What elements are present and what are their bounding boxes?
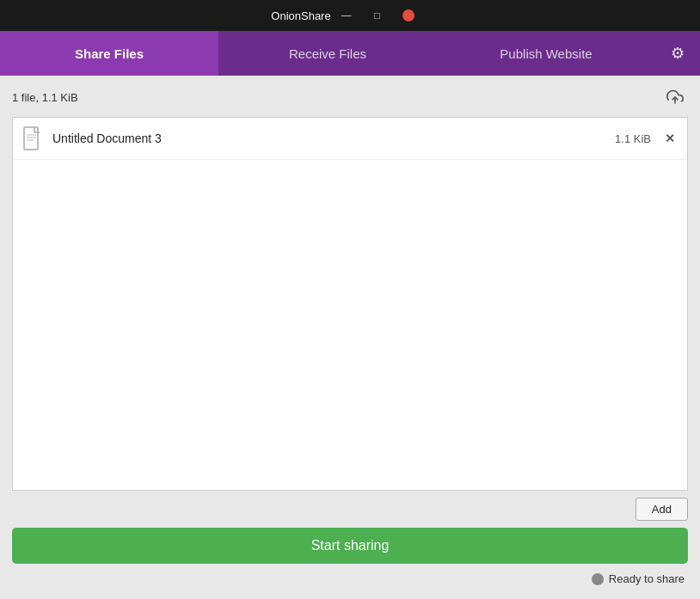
tab-publish-website[interactable]: Publish Website: [437, 31, 655, 76]
add-button[interactable]: Add: [636, 498, 688, 521]
file-list-scroll[interactable]: Untitled Document 3 1.1 KiB ✕: [13, 118, 687, 490]
upload-icon: [666, 89, 684, 106]
file-icon: [21, 125, 46, 152]
title-bar: OnionShare — □: [0, 0, 700, 31]
app-title: OnionShare: [271, 9, 330, 22]
close-button[interactable]: [393, 0, 424, 31]
file-list-container: Untitled Document 3 1.1 KiB ✕: [12, 117, 688, 491]
window-controls: — □: [331, 0, 429, 31]
document-icon: [23, 126, 44, 150]
close-icon: ✕: [665, 131, 675, 145]
file-size: 1.1 KiB: [615, 132, 651, 145]
file-count-bar: 1 file, 1.1 KiB: [12, 84, 688, 110]
file-item: Untitled Document 3 1.1 KiB ✕: [13, 118, 687, 160]
tab-receive-files[interactable]: Receive Files: [218, 31, 437, 76]
settings-button[interactable]: ⚙: [655, 31, 700, 76]
tab-bar: Share Files Receive Files Publish Websit…: [0, 31, 700, 76]
upload-button[interactable]: [662, 84, 688, 110]
status-text: Ready to share: [609, 572, 685, 585]
bottom-bar: Add: [12, 498, 688, 521]
tab-share-files[interactable]: Share Files: [0, 31, 218, 76]
maximize-icon: □: [374, 9, 380, 21]
file-count-label: 1 file, 1.1 KiB: [12, 91, 78, 104]
start-sharing-button[interactable]: Start sharing: [12, 528, 688, 564]
file-name: Untitled Document 3: [52, 131, 615, 145]
footer-status: Ready to share: [12, 572, 688, 590]
gear-icon: ⚙: [671, 44, 685, 63]
status-indicator: [592, 573, 604, 585]
svg-rect-1: [24, 127, 38, 150]
minimize-button[interactable]: —: [331, 0, 362, 31]
file-remove-button[interactable]: ✕: [661, 130, 679, 147]
maximize-button[interactable]: □: [362, 0, 393, 31]
main-content: 1 file, 1.1 KiB: [0, 76, 700, 599]
minimize-icon: —: [341, 9, 352, 21]
